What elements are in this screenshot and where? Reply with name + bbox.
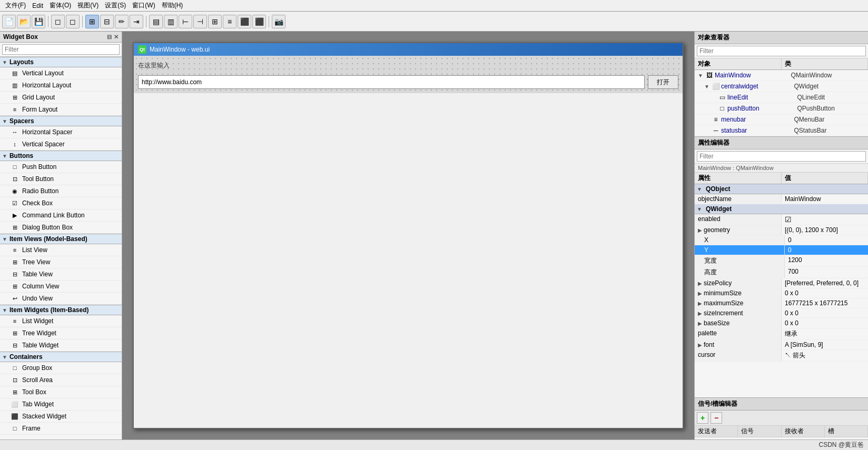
tool-box-icon: ⊞: [11, 388, 19, 396]
prop-group-qobject[interactable]: ▼ QObject: [695, 184, 868, 194]
layout-h-button[interactable]: ▤: [149, 15, 163, 28]
preview-button[interactable]: 📷: [272, 15, 285, 28]
category-item-views[interactable]: ▼ Item Views (Model-Based): [0, 234, 122, 244]
category-item-widgets[interactable]: ▼ Item Widgets (Item-Based): [0, 305, 122, 315]
prop-row-enabled[interactable]: enabled ☑: [695, 214, 868, 225]
canvas-area: Qt MainWindow - web.ui 在这里输入 打开: [122, 32, 694, 439]
widget-item-table-view[interactable]: ⊟ Table View: [0, 268, 122, 281]
widget-item-tool-box[interactable]: ⊞ Tool Box: [0, 386, 122, 398]
widget-item-tree-view[interactable]: ⊞ Tree View: [0, 256, 122, 268]
prop-row-minimumsize[interactable]: ▶minimumSize 0 x 0: [695, 288, 868, 298]
prop-row-basesize[interactable]: ▶baseSize 0 x 0: [695, 318, 868, 328]
prop-row-x[interactable]: X 0: [695, 235, 868, 245]
open-button[interactable]: 打开: [648, 75, 678, 89]
buddy-edit-button[interactable]: ✏: [115, 15, 129, 28]
signal-add-button[interactable]: +: [697, 412, 708, 424]
menubar-name: menubar: [721, 116, 793, 123]
widget-item-stacked-widget[interactable]: ⬛ Stacked Widget: [0, 411, 122, 423]
widget-item-form-layout[interactable]: ≡ Form Layout: [0, 104, 122, 116]
widget-item-grid-layout[interactable]: ⊞ Grid Layout: [0, 92, 122, 104]
tab-edit-button[interactable]: ⇥: [130, 15, 143, 28]
widget-item-scroll-area[interactable]: ⊡ Scroll Area: [0, 374, 122, 386]
prop-row-maximumsize[interactable]: ▶maximumSize 16777215 x 16777215: [695, 298, 868, 308]
widget-item-dialog-button-box[interactable]: ⊞ Dialog Button Box: [0, 222, 122, 234]
category-containers[interactable]: ▼ Containers: [0, 352, 122, 362]
category-spacers[interactable]: ▼ Spacers: [0, 116, 122, 126]
widget-item-tab-widget[interactable]: ⬜ Tab Widget: [0, 398, 122, 411]
widget-item-column-view[interactable]: ⊞ Column View: [0, 281, 122, 293]
layout-grid-button[interactable]: ⊞: [208, 15, 222, 28]
layout-break-button[interactable]: ⬛: [238, 15, 251, 28]
layout-v-button[interactable]: ▥: [164, 15, 177, 28]
widget-item-tool-button[interactable]: ⊡ Tool Button: [0, 173, 122, 185]
tree-row-lineedit[interactable]: ▭ lineEdit QLineEdit: [695, 92, 868, 103]
sizepolicy-expand-icon: ▶: [698, 281, 702, 286]
frame-label: Frame: [22, 425, 41, 432]
widget-item-undo-view[interactable]: ↩ Undo View: [0, 293, 122, 305]
tree-row-mainwindow[interactable]: ▼ 🖼 MainWindow QMainWindow: [695, 70, 868, 81]
redo-button[interactable]: ◻: [66, 15, 80, 28]
widget-item-check-box[interactable]: ☑ Check Box: [0, 197, 122, 209]
prop-row-height[interactable]: 高度 700: [695, 267, 868, 278]
save-button[interactable]: 💾: [32, 15, 45, 28]
prop-group-qwidget[interactable]: ▼ QWidget: [695, 204, 868, 214]
widget-item-push-button[interactable]: □ Push Button: [0, 161, 122, 173]
tree-row-statusbar[interactable]: ─ statusbar QStatusBar: [695, 125, 868, 136]
widget-item-list-view[interactable]: ≡ List View: [0, 244, 122, 256]
signal-edit-button[interactable]: ⊟: [100, 15, 114, 28]
widget-item-command-link-button[interactable]: ▶ Command Link Button: [0, 209, 122, 222]
object-inspector-filter-input[interactable]: [697, 46, 866, 56]
widget-item-list-widget[interactable]: ≡ List Widget: [0, 315, 122, 327]
tree-view-label: Tree View: [22, 258, 50, 266]
prop-value-height: 700: [785, 267, 868, 278]
open-file-button[interactable]: 📂: [17, 15, 31, 28]
url-input[interactable]: [138, 75, 645, 89]
separator-3: [146, 16, 146, 27]
widget-item-group-box[interactable]: □ Group Box: [0, 362, 122, 374]
menu-item-edit[interactable]: Edit: [29, 1, 46, 11]
prop-row-objectname[interactable]: objectName MainWindow: [695, 194, 868, 204]
menu-item-file[interactable]: 文件(F): [2, 0, 29, 11]
new-file-button[interactable]: 📄: [2, 15, 16, 28]
layout-form-button[interactable]: ≡: [223, 15, 236, 28]
widget-item-vertical-spacer[interactable]: ↕ Vertical Spacer: [0, 138, 122, 151]
widget-item-vertical-layout[interactable]: ▤ Vertical Layout: [0, 67, 122, 79]
widget-item-horizontal-layout[interactable]: ▥ Horizontal Layout: [0, 79, 122, 92]
layout-vl-button[interactable]: ⊣: [193, 15, 207, 28]
widget-item-table-widget[interactable]: ⊟ Table Widget: [0, 339, 122, 352]
property-filter-input[interactable]: [697, 151, 866, 162]
layout-adjust-button[interactable]: ⬛: [252, 15, 266, 28]
widget-box-float-button[interactable]: ⊟: [107, 34, 112, 41]
category-buttons[interactable]: ▼ Buttons: [0, 151, 122, 161]
widget-box-close-button[interactable]: ✕: [114, 34, 119, 41]
prop-row-sizepolicy[interactable]: ▶sizePolicy [Preferred, Preferred, 0, 0]: [695, 278, 868, 288]
prop-row-sizeincrement[interactable]: ▶sizeIncrement 0 x 0: [695, 308, 868, 318]
widget-edit-button[interactable]: ⊞: [85, 15, 99, 28]
tree-row-pushbutton[interactable]: □ pushButton QPushButton: [695, 103, 868, 114]
widget-item-frame[interactable]: □ Frame: [0, 423, 122, 435]
menu-item-settings[interactable]: 设置(S): [102, 0, 129, 11]
prop-row-y[interactable]: Y 0: [695, 245, 868, 255]
menubar-type: QMenuBar: [794, 116, 866, 123]
prop-row-geometry[interactable]: ▶geometry [(0, 0), 1200 x 700]: [695, 225, 868, 235]
widget-filter-input[interactable]: [2, 44, 120, 55]
prop-row-palette[interactable]: palette 继承: [695, 328, 868, 340]
prop-row-width[interactable]: 宽度 1200: [695, 255, 868, 267]
prop-name-font: ▶font: [695, 340, 782, 349]
widget-item-tree-widget[interactable]: ⊞ Tree Widget: [0, 327, 122, 339]
signal-remove-button[interactable]: −: [711, 412, 722, 424]
tree-row-menubar[interactable]: ≡ menubar QMenuBar: [695, 114, 868, 125]
category-layouts[interactable]: ▼ Layouts: [0, 57, 122, 67]
undo-button[interactable]: ◻: [51, 15, 65, 28]
prop-row-cursor[interactable]: cursor ↖ 箭头: [695, 350, 868, 362]
menu-item-view[interactable]: 视图(V): [74, 0, 102, 11]
prop-row-font[interactable]: ▶font A [SimSun, 9]: [695, 340, 868, 350]
menu-item-help[interactable]: 帮助(H): [159, 0, 186, 11]
widget-item-horizontal-spacer[interactable]: ↔ Horizontal Spacer: [0, 126, 122, 138]
menu-item-window[interactable]: 窗口(W): [129, 0, 158, 11]
tree-row-centralwidget[interactable]: ▼ ⬜ centralwidget QWidget: [695, 81, 868, 92]
lineedit-icon: ▭: [718, 93, 726, 102]
widget-item-radio-button[interactable]: ◉ Radio Button: [0, 185, 122, 197]
menu-item-form[interactable]: 窗体(O): [46, 0, 74, 11]
layout-hl-button[interactable]: ⊢: [179, 15, 192, 28]
